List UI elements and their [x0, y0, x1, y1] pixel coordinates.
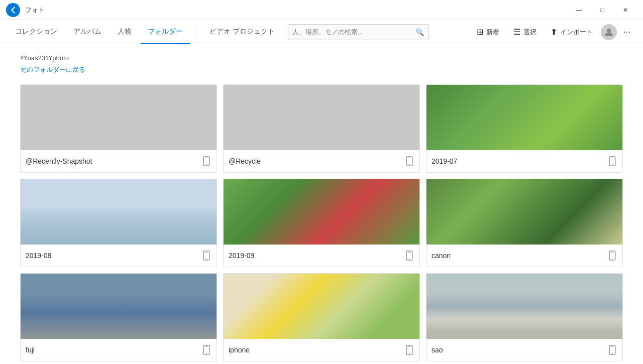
svg-point-6	[409, 164, 410, 165]
folder-thumb-2019-09	[224, 179, 419, 245]
svg-point-9	[612, 164, 613, 165]
svg-point-21	[206, 353, 207, 354]
tab-albums[interactable]: アルバム	[66, 20, 109, 44]
svg-point-18	[612, 259, 613, 260]
svg-point-27	[612, 353, 613, 354]
folder-info-2019-08: 2019-08	[21, 245, 217, 267]
folder-info-fuji: fuji	[21, 339, 217, 361]
folder-thumb-sao	[426, 274, 622, 339]
folder-name-2019-09: 2019-09	[229, 252, 254, 260]
device-icon-2019-09	[404, 251, 414, 261]
folder-name-iphone: iphone	[229, 346, 250, 354]
app-title: フォト	[25, 6, 568, 15]
device-icon-recently-snapshot	[201, 156, 211, 166]
folder-card-2019-09[interactable]: 2019-09	[223, 179, 420, 267]
window-controls: — □ ✕	[568, 2, 637, 18]
breadcrumb: ¥¥nas231¥photo	[20, 54, 623, 62]
import-icon: ⬆	[551, 27, 557, 37]
tab-collections[interactable]: コレクション	[8, 20, 64, 44]
svg-point-3	[206, 164, 207, 165]
folder-card-iphone[interactable]: iphone	[223, 273, 420, 361]
close-button[interactable]: ✕	[614, 2, 637, 18]
folder-card-sao[interactable]: sao	[426, 273, 623, 361]
avatar[interactable]	[601, 24, 617, 40]
svg-point-0	[607, 29, 611, 33]
nav-actions: ⊞ 新着 ☰ 選択 ⬆ インポート ···	[471, 24, 635, 40]
folder-name-canon: canon	[432, 252, 451, 260]
back-button[interactable]	[6, 3, 20, 17]
folder-thumb-fuji	[21, 274, 217, 339]
svg-point-24	[409, 353, 410, 354]
folder-name-sao: sao	[432, 346, 443, 354]
folder-thumb-2019-08	[21, 179, 217, 245]
nav-divider	[196, 26, 196, 38]
folder-card-2019-07[interactable]: 2019-07	[426, 84, 623, 173]
tab-video-projects[interactable]: ビデオ プロジェクト	[202, 20, 282, 44]
folder-info-iphone: iphone	[224, 339, 419, 361]
folder-grid: @Recently-Snapshot @Recycle 2019-07 2019…	[20, 84, 623, 361]
folder-name-2019-08: 2019-08	[26, 252, 51, 260]
new-button[interactable]: ⊞ 新着	[471, 24, 505, 40]
search-box[interactable]: 🔍	[288, 24, 428, 40]
tab-folders[interactable]: フォルダー	[141, 20, 190, 44]
folder-thumb-canon	[426, 179, 622, 245]
folder-card-recently-snapshot[interactable]: @Recently-Snapshot	[20, 84, 217, 173]
device-icon-fuji	[201, 345, 211, 355]
search-input[interactable]	[292, 28, 415, 36]
select-button[interactable]: ☰ 選択	[507, 24, 543, 40]
folder-info-sao: sao	[426, 339, 622, 361]
folder-card-fuji[interactable]: fuji	[20, 273, 217, 361]
folder-thumb-2019-07	[426, 85, 622, 150]
folder-thumb-recycle	[224, 85, 419, 150]
search-icon: 🔍	[415, 28, 424, 36]
device-icon-2019-07	[607, 156, 617, 166]
folder-info-canon: canon	[426, 245, 622, 267]
device-icon-iphone	[404, 345, 414, 355]
tab-people[interactable]: 人物	[111, 20, 139, 44]
folder-name-recently-snapshot: @Recently-Snapshot	[26, 157, 92, 165]
folder-card-recycle[interactable]: @Recycle	[223, 84, 420, 173]
nav-bar: コレクション アルバム 人物 フォルダー ビデオ プロジェクト 🔍 ⊞ 新着 ☰…	[0, 20, 643, 44]
folder-info-recently-snapshot: @Recently-Snapshot	[21, 150, 217, 172]
main-content: ¥¥nas231¥photo 元のフォルダーに戻る @Recently-Snap…	[0, 44, 643, 364]
folder-card-2019-08[interactable]: 2019-08	[20, 179, 217, 267]
device-icon-recycle	[404, 156, 414, 166]
folder-name-2019-07: 2019-07	[432, 157, 457, 165]
new-icon: ⊞	[477, 27, 483, 37]
import-button[interactable]: ⬆ インポート	[545, 24, 599, 40]
folder-name-fuji: fuji	[26, 346, 35, 354]
maximize-button[interactable]: □	[591, 2, 614, 18]
more-button[interactable]: ···	[619, 24, 635, 40]
folder-thumb-recently-snapshot	[21, 85, 217, 150]
svg-point-15	[409, 259, 410, 260]
folder-info-2019-09: 2019-09	[224, 245, 419, 267]
folder-info-2019-07: 2019-07	[426, 150, 622, 172]
folder-name-recycle: @Recycle	[229, 157, 261, 165]
select-icon: ☰	[513, 27, 520, 37]
folder-info-recycle: @Recycle	[224, 150, 419, 172]
device-icon-2019-08	[201, 251, 211, 261]
device-icon-sao	[607, 345, 617, 355]
minimize-button[interactable]: —	[568, 2, 591, 18]
svg-point-12	[206, 259, 207, 260]
title-bar: フォト — □ ✕	[0, 0, 643, 20]
back-link[interactable]: 元のフォルダーに戻る	[20, 65, 85, 74]
folder-card-canon[interactable]: canon	[426, 179, 623, 267]
folder-thumb-iphone	[224, 274, 419, 339]
device-icon-canon	[607, 251, 617, 261]
